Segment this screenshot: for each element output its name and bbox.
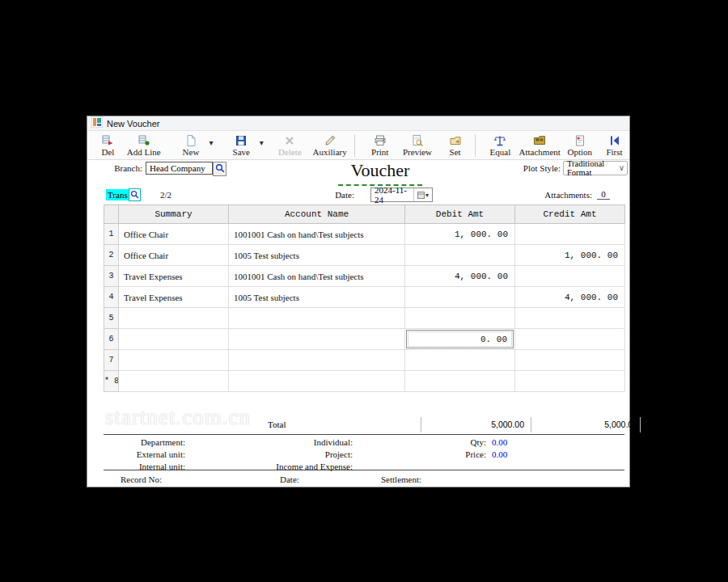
print-button[interactable]: Print xyxy=(364,132,396,159)
row-number-new-record[interactable]: * 8 xyxy=(104,371,119,392)
row-number[interactable]: 3 xyxy=(104,266,119,287)
set-button-label: Set xyxy=(450,147,461,157)
preview-button[interactable]: Preview xyxy=(399,132,436,159)
toolbar: Del Add Line New ▾ Save ▾ Delete Auxilia… xyxy=(87,131,629,160)
attachment-button[interactable]: Attachment xyxy=(518,132,562,159)
credit-cell[interactable] xyxy=(515,266,625,287)
trans-field[interactable]: Trans xyxy=(106,189,129,200)
account-cell[interactable] xyxy=(229,371,405,392)
add-line-button[interactable]: Add Line xyxy=(125,132,163,159)
credit-cell[interactable] xyxy=(515,350,625,371)
credit-cell[interactable] xyxy=(515,308,625,329)
row-number[interactable]: 5 xyxy=(104,308,119,329)
first-button[interactable]: First xyxy=(599,132,629,159)
attachment-button-label: Attachment xyxy=(519,147,561,157)
set-button[interactable]: Set xyxy=(441,132,469,159)
cell-editor[interactable]: 0. 00 xyxy=(406,330,514,348)
voucher-grid: Summary Account Name Debit Amt Credit Am… xyxy=(104,205,625,392)
summary-cell[interactable] xyxy=(119,308,229,329)
total-row: Total 5,000.00 5,000.00 xyxy=(104,417,624,432)
plot-style-label: Plot Style: xyxy=(496,163,561,173)
add-line-icon xyxy=(138,134,150,147)
qty-value[interactable]: 0.00 xyxy=(492,437,507,447)
trans-search-button[interactable] xyxy=(129,188,141,201)
delete-x-icon xyxy=(283,134,296,147)
branch-search-button[interactable] xyxy=(213,162,226,176)
debit-cell[interactable] xyxy=(405,245,515,266)
total-debit: 5,000.00 xyxy=(421,420,524,429)
debit-cell[interactable] xyxy=(405,308,515,329)
separator-line xyxy=(104,434,624,435)
row-number[interactable]: 2 xyxy=(104,245,119,266)
account-cell[interactable]: 1001001 Cash on hand\Test subjects xyxy=(229,224,405,245)
row-number[interactable]: 7 xyxy=(104,350,119,371)
summary-cell[interactable]: Travel Expenses xyxy=(119,266,229,287)
save-button[interactable]: Save xyxy=(226,132,257,159)
attachment-folder-icon xyxy=(533,134,546,147)
record-no-label: Record No: xyxy=(121,474,162,484)
grid-row: * 8 xyxy=(104,371,625,392)
summary-cell[interactable]: Office Chair xyxy=(119,245,229,266)
account-cell[interactable]: 1005 Test subjects xyxy=(229,245,405,266)
del-button[interactable]: Del xyxy=(92,132,124,159)
debit-cell-focused[interactable]: 0. 00 xyxy=(405,329,515,350)
credit-cell[interactable] xyxy=(515,224,625,245)
new-button[interactable]: New xyxy=(176,132,207,159)
save-button-label: Save xyxy=(233,147,250,157)
grid-header-row: Summary Account Name Debit Amt Credit Am… xyxy=(104,205,625,224)
account-cell[interactable] xyxy=(229,308,405,329)
summary-cell[interactable] xyxy=(119,350,229,371)
first-button-label: First xyxy=(606,147,622,157)
column-header-account-name: Account Name xyxy=(229,205,405,224)
account-cell[interactable] xyxy=(229,350,405,371)
debit-cell[interactable] xyxy=(405,371,515,392)
summary-cell[interactable] xyxy=(119,329,229,350)
branch-input[interactable] xyxy=(146,162,213,175)
equal-button[interactable]: Equal xyxy=(485,132,516,159)
toolbar-separator xyxy=(354,134,355,157)
account-cell[interactable]: 1005 Test subjects xyxy=(229,287,405,308)
debit-cell[interactable]: 1, 000. 00 xyxy=(405,224,515,245)
debit-cell[interactable] xyxy=(405,350,515,371)
date-picker[interactable]: 2024-11-24 ▾ xyxy=(370,188,433,202)
plot-style-select[interactable]: Traditional Format ∨ xyxy=(563,161,628,175)
first-record-icon xyxy=(608,134,621,147)
credit-cell[interactable] xyxy=(515,329,625,350)
grid-corner-cell xyxy=(104,205,119,224)
grid-row: 6 0. 00 xyxy=(104,329,625,350)
attachments-label: Attachments: xyxy=(524,190,592,200)
row-number[interactable]: 4 xyxy=(104,287,119,308)
credit-cell[interactable]: 4, 000. 00 xyxy=(515,287,625,308)
preview-button-label: Preview xyxy=(403,147,432,157)
project-label: Project: xyxy=(256,449,353,459)
attachments-value[interactable]: 0 xyxy=(597,189,610,200)
date-value: 2024-11-24 xyxy=(371,185,413,205)
debit-cell[interactable]: 4, 000. 00 xyxy=(405,266,515,287)
qty-label: Qty: xyxy=(424,437,486,447)
account-cell[interactable]: 1001001 Cash on hand\Test subjects xyxy=(229,266,405,287)
credit-cell[interactable] xyxy=(515,371,625,392)
auxiliary-button[interactable]: Auxiliary xyxy=(311,132,349,159)
new-dropdown-arrow-icon[interactable]: ▾ xyxy=(206,138,215,147)
option-button-label: Option xyxy=(567,147,592,157)
calendar-dropdown-button[interactable]: ▾ xyxy=(413,188,432,201)
del-row-icon xyxy=(101,134,114,147)
date-label: Date: xyxy=(318,190,354,200)
add-line-button-label: Add Line xyxy=(127,147,161,157)
account-cell[interactable] xyxy=(229,329,405,350)
title-bar: New Voucher xyxy=(87,116,629,131)
save-dropdown-arrow-icon[interactable]: ▾ xyxy=(257,138,266,147)
summary-cell[interactable] xyxy=(119,371,229,392)
option-button[interactable]: Option xyxy=(563,132,596,159)
grid-row: 7 xyxy=(104,350,625,371)
debit-cell[interactable] xyxy=(405,287,515,308)
grid-row: 4 Travel Expenses 1005 Test subjects 4, … xyxy=(104,287,625,308)
price-value[interactable]: 0.00 xyxy=(492,449,507,459)
credit-cell[interactable]: 1, 000. 00 xyxy=(515,245,625,266)
row-number[interactable]: 6 xyxy=(104,329,119,350)
dropdown-arrow-icon: ▾ xyxy=(425,192,429,199)
summary-cell[interactable]: Office Chair xyxy=(119,224,229,245)
row-number[interactable]: 1 xyxy=(104,224,119,245)
settlement-label: Settlement: xyxy=(381,474,421,484)
summary-cell[interactable]: Travel Expenses xyxy=(119,287,229,308)
